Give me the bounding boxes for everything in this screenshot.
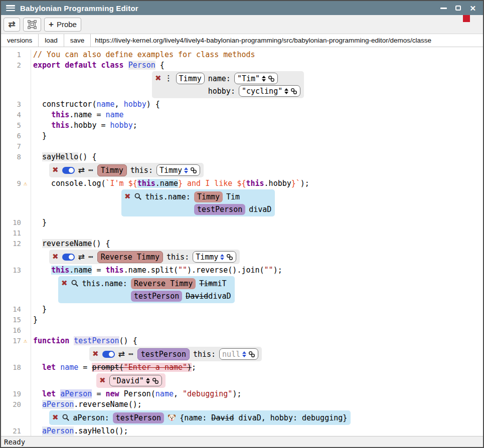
toggle-switch[interactable] (62, 167, 75, 174)
code-editor[interactable]: 1// You can also define examples for cla… (1, 47, 483, 436)
value-box[interactable]: Timmy (156, 164, 200, 176)
code-line[interactable]: let aPerson = new Person(name, "debuggin… (31, 389, 483, 399)
code-line[interactable]: console.log(`I'm ${this.name} and I like… (31, 178, 483, 189)
toggle-switch[interactable] (102, 351, 115, 358)
example-badge[interactable]: Timmy (97, 164, 127, 176)
swap-arrows-icon[interactable]: ⇄ (78, 166, 85, 174)
example-name-box[interactable]: Timmy (176, 73, 205, 84)
this-label: this: (130, 165, 153, 176)
example-badge[interactable]: Reverse Timmy (131, 278, 196, 289)
code-line[interactable]: sayHello() { (31, 152, 483, 162)
instance-widget: ✖⇄⋯Timmythis:Timmy (49, 163, 204, 177)
code-line[interactable]: this.name = this.name.split("").reverse(… (31, 265, 483, 276)
code-line[interactable]: this.hobby = hobby; (31, 120, 483, 131)
example-badge[interactable]: testPerson (137, 348, 190, 360)
example-badge[interactable]: Timmy (194, 191, 223, 202)
line-number: 11 (13, 228, 21, 239)
close-icon[interactable]: ✖ (61, 280, 68, 287)
kebab-menu-icon[interactable]: ⋮ (165, 75, 173, 82)
close-icon[interactable]: ✖ (52, 166, 59, 174)
stepper-down-icon[interactable] (262, 79, 266, 82)
close-button[interactable]: ✕ (469, 5, 476, 12)
value-box[interactable]: null (219, 348, 258, 360)
code-line[interactable]: reverseName() { (31, 239, 483, 249)
stepper-control[interactable] (262, 76, 266, 82)
stepper-up-icon[interactable] (262, 76, 266, 78)
close-icon[interactable]: ✖ (99, 377, 106, 384)
more-options-icon[interactable]: ⋯ (128, 350, 134, 358)
code-line[interactable]: } (31, 131, 483, 141)
stepper-up-icon[interactable] (184, 167, 188, 170)
gutter: 15 (1, 315, 31, 325)
close-icon[interactable]: ✖ (92, 350, 99, 358)
stepper-control[interactable] (146, 378, 150, 384)
gutter (1, 276, 31, 304)
more-options-icon[interactable]: ⋯ (88, 253, 94, 261)
stepper-control[interactable] (184, 167, 188, 173)
close-icon[interactable]: ✖ (124, 193, 131, 200)
add-probe-button[interactable]: + Probe (44, 18, 81, 32)
example-badge[interactable]: testPerson (194, 204, 245, 215)
code-line[interactable]: } (31, 315, 483, 325)
menu-icon[interactable] (6, 5, 15, 11)
stepper-up-icon[interactable] (220, 254, 224, 257)
link-icon[interactable] (248, 351, 255, 358)
code-line[interactable]: aPerson.sayHello(); (31, 426, 483, 436)
stepper-up-icon[interactable] (284, 88, 288, 91)
swap-arrows-icon[interactable]: ⇄ (78, 253, 85, 261)
link-icon[interactable] (226, 254, 233, 261)
stepper-down-icon[interactable] (284, 92, 288, 94)
value-box[interactable]: Timmy (193, 251, 236, 263)
stepper-control[interactable] (220, 254, 224, 260)
close-icon[interactable]: ✖ (52, 414, 59, 421)
value-box[interactable]: "cycling" (239, 85, 300, 97)
probe-value: miT (213, 279, 226, 288)
code-line[interactable]: } (31, 304, 483, 315)
stepper-down-icon[interactable] (184, 171, 188, 173)
code-line[interactable]: export default class Person { (31, 60, 483, 71)
code-token: { (155, 61, 165, 70)
example-badge[interactable]: testPerson (131, 291, 182, 302)
versions-button[interactable]: versions (1, 34, 39, 47)
code-line[interactable]: this.name = name (31, 110, 483, 120)
stepper-up-icon[interactable] (146, 378, 150, 380)
value-box[interactable]: "Tim" (234, 73, 278, 84)
widget-cell: ✖⇄⋯Timmythis:Timmy (31, 162, 483, 178)
url-field[interactable]: https://lively-kernel.org/lively4/lively… (91, 34, 483, 47)
gutter: 3 (1, 99, 31, 110)
stepper-down-icon[interactable] (242, 355, 246, 357)
code-line[interactable]: let name = prompt("Enter a name"); (31, 362, 483, 373)
swap-arrows-icon[interactable]: ⇄ (118, 350, 125, 358)
frame-button[interactable] (23, 18, 41, 32)
stepper-up-icon[interactable] (242, 351, 246, 354)
close-icon[interactable]: ✖ (155, 75, 162, 82)
stepper-down-icon[interactable] (220, 258, 224, 260)
code-line[interactable]: // You can also define examples for clas… (31, 50, 483, 60)
code-line[interactable]: function testPerson() { (31, 336, 483, 346)
code-line[interactable]: } (31, 217, 483, 228)
stepper-control[interactable] (284, 88, 288, 94)
example-badge[interactable]: testPerson (113, 412, 164, 423)
code-line-row: 1// You can also define examples for cla… (1, 50, 483, 60)
load-button[interactable]: load (39, 34, 64, 47)
toggle-switch[interactable] (62, 254, 75, 261)
minimize-button[interactable] (440, 8, 447, 9)
stepper-down-icon[interactable] (146, 381, 150, 384)
link-icon[interactable] (152, 377, 159, 384)
maximize-button[interactable] (455, 6, 461, 11)
more-options-icon[interactable]: ⋯ (88, 166, 94, 174)
swap-button[interactable]: ⇄ (4, 18, 20, 32)
code-line[interactable]: constructor(name, hobby) { (31, 99, 483, 110)
code-line[interactable]: aPerson.reverseName(); (31, 399, 483, 410)
link-icon[interactable] (268, 75, 275, 82)
close-icon[interactable]: ✖ (52, 253, 59, 261)
widget-line: ✖⇄⋯testPersonthis:null (1, 346, 483, 362)
value-box[interactable]: "David" (109, 375, 162, 386)
link-icon[interactable] (190, 167, 197, 174)
save-button[interactable]: save (64, 34, 91, 47)
link-icon[interactable] (290, 88, 297, 95)
line-number: 7 (17, 141, 21, 152)
example-badge[interactable]: Reverse Timmy (97, 251, 163, 263)
widget-cell: ✖⇄⋯Reverse Timmythis:Timmy (31, 249, 483, 265)
stepper-control[interactable] (242, 351, 246, 357)
